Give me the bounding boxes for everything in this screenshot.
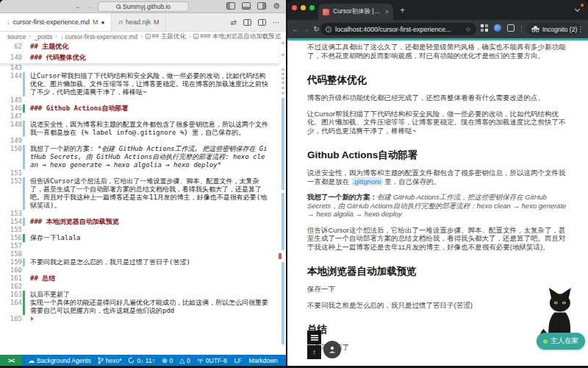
editor-line[interactable]: 145	[0, 96, 279, 105]
chrome-menu-icon[interactable]: ⋮	[577, 25, 584, 33]
online-dot	[543, 339, 548, 344]
toc-button[interactable]	[307, 330, 321, 344]
line-number: 62	[0, 41, 22, 52]
chrome-window: Cursor初体验 | 谁把钱丢了 × + ← → ↻ i localhost:…	[287, 0, 588, 366]
statusbar-label: hexo*	[106, 357, 122, 364]
editor-line[interactable]: 148说道安全性，因为博客和主题的配置文件都包含了很多密钥信息，所以这两个文件我…	[0, 121, 279, 137]
cloud-icon: ☁	[28, 357, 35, 364]
statusbar-warnings[interactable]: △0	[179, 357, 190, 364]
breadcrumb-item[interactable]: ### 本地浏览器自动加载预览	[193, 32, 281, 41]
line-text: ## 主题优化	[22, 41, 279, 52]
editor-line[interactable]: 154### 本地浏览器自动加载预览	[0, 218, 279, 226]
browser-back-button[interactable]: ←	[291, 25, 301, 33]
editor-line[interactable]: 158	[0, 250, 279, 258]
extension-square-icon[interactable]	[507, 24, 514, 32]
extension-grid-icon[interactable]	[481, 24, 488, 32]
dirty-indicator[interactable]: ●	[101, 19, 105, 26]
more-actions-icon[interactable]: ⋯	[273, 18, 280, 26]
editor-line[interactable]: 144让Cursor帮我扫描了下代码结构和安全风险，做一些必要的改动，比如代码结…	[0, 72, 279, 96]
widget-circle-button[interactable]	[323, 341, 341, 358]
breadcrumb-item[interactable]: source	[7, 33, 26, 40]
section-icon	[193, 34, 198, 39]
tab-head-njk[interactable]: n head.njk M	[112, 13, 166, 31]
editor-line[interactable]: 149	[0, 137, 279, 145]
editor-line[interactable]: 147	[0, 113, 279, 121]
new-tab-button[interactable]: +	[400, 6, 405, 15]
statusbar-encoding[interactable]: UTF-8	[209, 357, 227, 364]
extension-round-icon[interactable]	[494, 24, 501, 32]
editor-line[interactable]: 143	[0, 64, 279, 72]
statusbar-background-agents[interactable]: ☁Background Agents	[28, 357, 91, 364]
statusbar-sync-changes[interactable]: 0↓ 11↑	[128, 357, 154, 364]
editor-line[interactable]: 156保存一下lalala	[0, 234, 279, 242]
editor-line[interactable]: 62## 主题优化	[0, 41, 279, 52]
editor-line[interactable]: 157	[0, 242, 279, 250]
toggle-panel-icon[interactable]	[242, 2, 251, 10]
editor-line[interactable]: 146### Github Actions自动部署	[0, 105, 279, 113]
statusbar-git-branch[interactable]: hexo*	[98, 357, 122, 364]
statusbar-errors[interactable]: ⊗0	[162, 357, 173, 364]
njk-icon: n	[118, 18, 123, 26]
workspace-title: Summyj.github.io	[123, 3, 171, 10]
editor-line[interactable]: 165	[0, 315, 279, 323]
editor-line[interactable]: 162	[0, 283, 279, 291]
editor-line[interactable]: 164实现一个具体的功能还是得问好几遍优化才能成功，比如这俩，所以怎么问很重要 …	[0, 299, 279, 315]
owner-status-button[interactable]: 主人在家	[537, 333, 585, 350]
remote-indicator[interactable]: ><	[0, 355, 22, 366]
incognito-label: Incognito (2)	[542, 26, 577, 33]
open-changes-icon[interactable]: ⇄	[231, 18, 237, 26]
markdown-icon: ↓	[60, 33, 64, 40]
toggle-sidebar-icon[interactable]	[226, 2, 235, 10]
browser-tab[interactable]: Cursor初体验 | 谁把钱丢了 ×	[318, 4, 393, 20]
gear-icon[interactable]: ⚙	[273, 2, 280, 10]
editor-line[interactable]: 159不要问我之前是怎么忍的，我只是过惯了苦日子(苦涩)	[0, 258, 279, 266]
tab-search-chevron-icon[interactable]	[573, 5, 583, 15]
breadcrumb-separator: ›	[29, 33, 32, 40]
line-number: 162	[0, 283, 22, 291]
article-heading: Github Actions自动部署	[307, 149, 568, 161]
breadcrumb-item[interactable]: ↓cursor-first-experience.md	[60, 33, 137, 40]
statusbar-eol[interactable]: LF	[234, 357, 242, 364]
line-number: 151	[0, 169, 22, 177]
editor-line[interactable]: 160	[0, 266, 279, 275]
editor-line[interactable]: 155	[0, 226, 279, 234]
toggle-secondary-sidebar-icon[interactable]	[257, 2, 266, 10]
editor-line[interactable]: 152但告诉Cursor这个想法后，它给出了一堆设置步骤、脚本、配置文件，太复杂…	[0, 177, 279, 210]
back-to-top-button[interactable]: ↑	[307, 345, 321, 359]
bookmark-star-icon[interactable]: ☆	[465, 26, 471, 33]
breadcrumb-item[interactable]: _posts	[34, 33, 52, 40]
article-paragraph: 不要问我之前是怎么忍的，我只是过惯了苦日子(苦涩)	[307, 301, 568, 310]
editor-line[interactable]: 161## 总结	[0, 275, 279, 283]
line-text: 说道安全性，因为博客和主题的配置文件都包含了很多密钥信息，所以这两个文件我一直都…	[22, 121, 279, 137]
history-back-button[interactable]: ←	[74, 2, 84, 10]
address-bar[interactable]: i localhost:4000/cursor-first-experience…	[320, 23, 476, 35]
article-heading: 代码整体优化	[307, 74, 568, 86]
history-forward-button[interactable]: →	[84, 2, 94, 10]
minimize-window-button[interactable]	[301, 5, 306, 10]
statusbar-language-mode[interactable]: Markdown	[249, 357, 278, 364]
close-tab-icon[interactable]: ×	[385, 8, 389, 15]
tab-label: head.njk	[126, 18, 151, 26]
close-window-button[interactable]	[292, 5, 297, 10]
statusbar-notifications[interactable]	[285, 357, 286, 364]
zoom-window-button[interactable]	[309, 5, 315, 10]
hamburger-icon	[311, 335, 318, 341]
editor-line[interactable]: 140### 代码整体优化	[0, 52, 279, 63]
editor-line[interactable]: 151	[0, 169, 279, 177]
search-icon	[116, 4, 121, 9]
article-heading: 本地浏览器自动加载预览	[307, 266, 568, 277]
line-text	[22, 169, 279, 177]
split-editor-icon[interactable]	[258, 19, 266, 26]
statusbar-ports[interactable]: 0	[197, 357, 209, 364]
editor-line[interactable]: 153	[0, 210, 279, 218]
editor-pane[interactable]: 143144让Cursor帮我扫描了下代码结构和安全风险，做一些必要的改动，比如…	[0, 41, 286, 355]
tab-cursor-first-experience[interactable]: ↓ cursor-first-experience.md M ●	[0, 13, 112, 31]
command-center-search[interactable]: Summyj.github.io	[98, 1, 189, 12]
split-editor-down-icon[interactable]	[243, 19, 251, 26]
editor-line[interactable]: 163以后不更新了	[0, 291, 279, 299]
browser-forward-button[interactable]: →	[301, 25, 311, 33]
editor-line[interactable]: 150我想了一个新的方案: *创建 GitHub Actions工作流, 把这些…	[0, 145, 279, 169]
vscode-window: ← → Summyj.github.io ⚙ ↓ cursor-first-ex…	[0, 0, 286, 366]
breadcrumb-item[interactable]: ## 主题优化	[146, 32, 186, 41]
site-info-icon[interactable]: i	[326, 26, 331, 32]
